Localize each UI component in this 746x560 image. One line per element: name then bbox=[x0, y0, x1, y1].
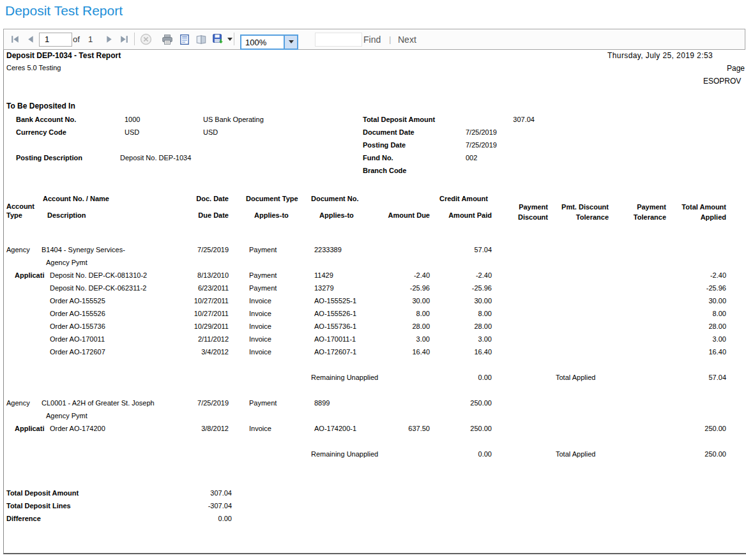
total-applied-value: 250.00 bbox=[661, 450, 726, 458]
due-date: 10/27/2011 bbox=[164, 297, 229, 305]
remaining-unapplied-label: Remaining Unapplied bbox=[311, 450, 378, 458]
search-input[interactable] bbox=[315, 33, 362, 47]
line-description: Deposit No. DEP-CK-062311-2 bbox=[50, 284, 146, 292]
export-dropdown-icon[interactable] bbox=[227, 38, 232, 41]
line-description: Order AO-155736 bbox=[50, 322, 105, 330]
next-page-button[interactable] bbox=[103, 29, 114, 49]
previous-page-button[interactable] bbox=[26, 29, 36, 49]
due-date: 3/8/2012 bbox=[164, 425, 229, 432]
find-next-separator: | bbox=[389, 29, 391, 49]
due-date: 8/13/2010 bbox=[164, 271, 229, 279]
amount-due: 16.40 bbox=[365, 348, 430, 356]
doc-no: 2233389 bbox=[314, 246, 342, 254]
amount-paid: 250.00 bbox=[427, 425, 492, 432]
amount-paid: 3.00 bbox=[427, 335, 492, 343]
doc-date: 7/25/2019 bbox=[164, 399, 229, 407]
currency-code: USD bbox=[125, 128, 139, 136]
page-setup-button[interactable] bbox=[195, 29, 207, 49]
bank-account-label: Bank Account No. bbox=[16, 116, 76, 123]
next-page-icon bbox=[103, 34, 114, 45]
amount-paid: -2.40 bbox=[427, 271, 492, 279]
applies-to-type: Invoice bbox=[249, 335, 271, 343]
zoom-value[interactable]: 100% bbox=[241, 36, 284, 49]
document-date: 7/25/2019 bbox=[466, 128, 497, 136]
zoom-dropdown-button[interactable] bbox=[284, 36, 297, 49]
amount-paid: 250.00 bbox=[427, 399, 492, 407]
currency-label: Currency Code bbox=[16, 128, 66, 136]
report-datetime: Thursday, July 25, 2019 2:53 bbox=[607, 51, 713, 60]
export-button[interactable] bbox=[212, 29, 232, 49]
applies-to-type: Payment bbox=[249, 271, 277, 279]
amount-paid: 16.40 bbox=[427, 348, 492, 356]
applies-to-no: 11429 bbox=[314, 271, 333, 279]
total-deposit-label: Total Deposit Amount bbox=[363, 116, 435, 123]
applies-to-type: Payment bbox=[249, 284, 277, 292]
header-payment-tolerance-2: Tolerance bbox=[601, 213, 666, 221]
amount-paid: -25.96 bbox=[427, 284, 492, 292]
find-next-button[interactable]: Next bbox=[398, 29, 416, 49]
line-description: Order AO-172607 bbox=[50, 348, 105, 356]
remaining-unapplied-value: 0.00 bbox=[427, 450, 492, 458]
line-description: Deposit No. DEP-CK-081310-2 bbox=[50, 271, 147, 279]
account-description: Agency Pymt bbox=[46, 259, 88, 266]
zoom-combobox[interactable]: 100% bbox=[240, 32, 298, 52]
applies-to-type: Invoice bbox=[249, 297, 271, 305]
applies-to-no: AO-174200-1 bbox=[314, 425, 356, 432]
applies-to-no: AO-155525-1 bbox=[314, 297, 356, 305]
doc-date: 7/25/2019 bbox=[164, 246, 229, 254]
page-title: Deposit Test Report bbox=[5, 3, 123, 19]
report-page-number: Page 1 bbox=[727, 64, 746, 73]
posting-date-label: Posting Date bbox=[363, 141, 406, 149]
header-due-date: Due Date bbox=[164, 211, 229, 219]
header-payment-discount-2: Discount bbox=[483, 213, 548, 221]
total-applied-value: 57.04 bbox=[661, 374, 726, 381]
fund-no: 002 bbox=[466, 154, 477, 162]
print-icon bbox=[162, 34, 173, 45]
posting-description: Deposit No. DEP-1034 bbox=[120, 154, 191, 162]
posting-date: 7/25/2019 bbox=[466, 141, 497, 149]
applies-to-type: Invoice bbox=[249, 348, 271, 356]
amount-paid: 8.00 bbox=[427, 310, 492, 317]
current-page-input[interactable] bbox=[39, 33, 72, 47]
cancel-rendering-button bbox=[140, 29, 152, 49]
header-amount-paid: Amount Paid bbox=[427, 211, 492, 219]
find-button[interactable]: Find bbox=[363, 29, 381, 49]
account-type: Agency bbox=[6, 399, 30, 407]
applies-to-type: Invoice bbox=[249, 322, 271, 330]
print-button[interactable] bbox=[162, 29, 173, 49]
amount-due: 28.00 bbox=[365, 322, 430, 330]
first-page-button[interactable] bbox=[10, 29, 20, 49]
first-page-icon bbox=[10, 34, 20, 45]
last-page-icon bbox=[119, 34, 130, 45]
applies-to-no: 13279 bbox=[314, 284, 334, 292]
toolbar-separator bbox=[234, 33, 234, 45]
applies-to-no: AO-172607-1 bbox=[314, 348, 356, 356]
total-deposit-amount-value: 307.04 bbox=[167, 489, 232, 497]
total-deposit-amount: 307.04 bbox=[466, 116, 535, 123]
total-applied-label: Total Applied bbox=[556, 450, 595, 458]
bank-account-name: US Bank Operating bbox=[203, 116, 264, 123]
line-description: Order AO-155525 bbox=[50, 297, 105, 305]
total-amount-applied: 8.00 bbox=[661, 310, 726, 317]
total-amount-applied: 30.00 bbox=[661, 297, 726, 305]
bank-account-no: 1000 bbox=[125, 116, 140, 123]
last-page-button[interactable] bbox=[119, 29, 130, 49]
header-account-type-1: Account bbox=[6, 202, 34, 210]
amount-due: -25.96 bbox=[365, 284, 430, 292]
print-layout-button[interactable] bbox=[179, 29, 190, 49]
line-description: Order AO-170011 bbox=[50, 335, 105, 343]
total-deposit-amount-label: Total Deposit Amount bbox=[6, 489, 79, 497]
search-field[interactable] bbox=[315, 29, 362, 49]
of-label: of bbox=[73, 29, 80, 49]
total-applied-label: Total Applied bbox=[556, 374, 595, 381]
total-deposit-lines-value: -307.04 bbox=[167, 502, 232, 510]
total-pages-label: 1 bbox=[88, 29, 93, 49]
section-title: To Be Deposited In bbox=[6, 102, 75, 110]
total-amount-applied: 250.00 bbox=[661, 425, 726, 432]
header-pmt-discount-tolerance-1: Pmt. Discount bbox=[544, 203, 609, 211]
current-page-field[interactable] bbox=[39, 29, 72, 49]
toolbar-separator bbox=[134, 33, 135, 45]
applies-to-no: AO-170011-1 bbox=[314, 335, 356, 343]
header-document-type: Document Type bbox=[246, 195, 298, 202]
amount-due: 3.00 bbox=[365, 335, 430, 343]
